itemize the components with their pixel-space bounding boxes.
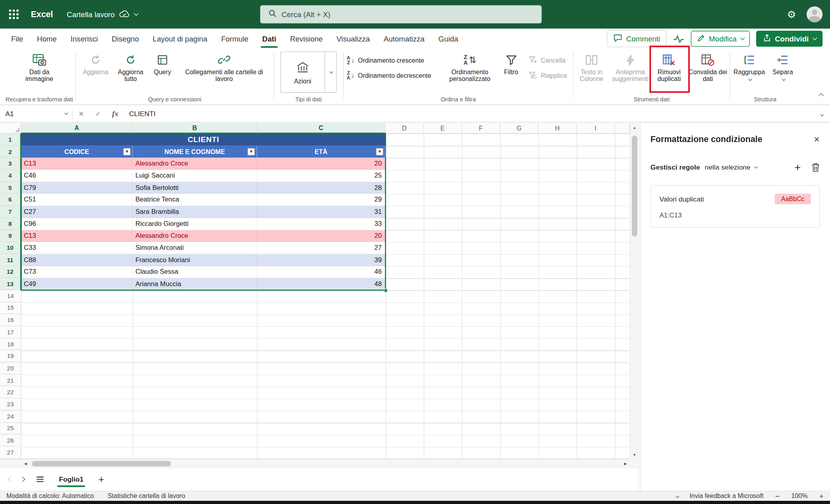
row-header-17[interactable]: 17: [0, 326, 21, 338]
table-header-cell[interactable]: CODICE ▾: [21, 146, 133, 158]
row-header-18[interactable]: 18: [0, 338, 21, 350]
zoom-level[interactable]: 100%: [791, 492, 808, 500]
cell[interactable]: Alessandro Croce: [133, 158, 257, 170]
table-title-cell[interactable]: CLIENTI: [21, 134, 385, 146]
horizontal-scroll-thumb[interactable]: [32, 461, 171, 466]
cell[interactable]: C27: [21, 206, 133, 218]
vertical-scrollbar[interactable]: ▲ ▼: [630, 123, 638, 459]
row-header-1[interactable]: 1: [0, 134, 21, 146]
account-avatar[interactable]: [806, 6, 822, 22]
ungroup-button[interactable]: Separa: [767, 49, 798, 81]
cell[interactable]: Luigi Saccani: [133, 170, 257, 182]
horizontal-scrollbar[interactable]: ◀ ▶: [0, 459, 630, 467]
cell[interactable]: 25: [257, 170, 386, 182]
cancel-entry-button[interactable]: ✕: [73, 110, 90, 118]
workbook-stats-status[interactable]: Statistiche cartella di lavoro: [108, 492, 185, 500]
cell[interactable]: C79: [21, 182, 133, 194]
filter-dropdown-button[interactable]: ▾: [248, 148, 255, 156]
remove-duplicates-button[interactable]: Rimuovi duplicati: [652, 49, 686, 83]
table-header-cell[interactable]: ETÀ ▾: [257, 146, 386, 158]
filter-dropdown-button[interactable]: ▾: [376, 148, 384, 156]
row-header-15[interactable]: 15: [0, 302, 21, 314]
cell[interactable]: Francesco Moriani: [133, 254, 257, 266]
cell[interactable]: C51: [21, 194, 133, 206]
cell[interactable]: Sara Brambilla: [133, 206, 257, 218]
actions-gallery[interactable]: Azioni: [280, 51, 337, 93]
name-box[interactable]: A1: [0, 106, 72, 122]
row-header-5[interactable]: 5: [0, 182, 21, 194]
rule-item[interactable]: Valori duplicati AaBbCc: [660, 194, 811, 204]
cell[interactable]: C88: [21, 254, 133, 266]
workbook-links-button[interactable]: Collegamenti alle cartelle di lavoro: [177, 49, 271, 83]
cell[interactable]: C46: [21, 170, 133, 182]
feedback-link[interactable]: Invia feedback a Microsoft: [689, 492, 763, 500]
editing-mode-button[interactable]: Modifica: [691, 31, 750, 47]
row-header-4[interactable]: 4: [0, 170, 21, 182]
row-header-26[interactable]: 26: [0, 435, 21, 447]
collapse-ribbon-button[interactable]: [819, 90, 823, 100]
column-header-G[interactable]: G: [500, 123, 539, 134]
cell[interactable]: 27: [257, 242, 386, 254]
cell[interactable]: 29: [257, 194, 386, 206]
search-input[interactable]: [281, 10, 505, 18]
cell[interactable]: 48: [257, 278, 386, 290]
cell[interactable]: Arianna Muccia: [133, 278, 257, 290]
cell[interactable]: C33: [21, 242, 133, 254]
zoom-out-button[interactable]: −: [775, 492, 780, 500]
sheet-tab-foglio1[interactable]: Foglio1: [53, 468, 90, 491]
column-header-A[interactable]: A: [21, 123, 133, 134]
zoom-in-button[interactable]: +: [819, 492, 824, 500]
all-sheets-button[interactable]: [36, 476, 44, 483]
cell[interactable]: 28: [257, 182, 386, 194]
actions-dropdown-button[interactable]: [325, 52, 336, 92]
cell[interactable]: Riccardo Giorgetti: [133, 218, 257, 230]
tab-file[interactable]: File: [4, 29, 30, 49]
cell[interactable]: C73: [21, 266, 133, 278]
scroll-right-button[interactable]: ▶: [621, 459, 630, 468]
cell[interactable]: 20: [257, 158, 386, 170]
row-header-9[interactable]: 9: [0, 230, 21, 242]
tab-home[interactable]: Home: [30, 29, 63, 49]
row-header-24[interactable]: 24: [0, 411, 21, 423]
cell[interactable]: 39: [257, 254, 386, 266]
cell[interactable]: 31: [257, 206, 386, 218]
custom-sort-button[interactable]: ZA⇅ Ordinamento personalizzato: [444, 49, 496, 83]
cell[interactable]: Beatrice Tenca: [133, 194, 257, 206]
previous-sheet-button[interactable]: [8, 478, 12, 481]
filter-ribbon-button[interactable]: Filtro: [497, 49, 525, 76]
tab-dati[interactable]: Dati: [255, 29, 283, 49]
add-rule-button[interactable]: +: [794, 162, 801, 172]
rules-scope-dropdown[interactable]: nella selezione: [705, 163, 757, 171]
column-header-D[interactable]: D: [386, 123, 424, 134]
row-header-13[interactable]: 13: [0, 278, 21, 290]
filter-dropdown-button[interactable]: ▾: [123, 148, 131, 156]
column-header-C[interactable]: C: [257, 123, 386, 134]
row-header-11[interactable]: 11: [0, 254, 21, 266]
row-header-2[interactable]: 2: [0, 146, 21, 158]
row-header-10[interactable]: 10: [0, 242, 21, 254]
calc-mode-status[interactable]: Modalità di calcolo: Automatico: [6, 492, 94, 500]
row-header-3[interactable]: 3: [0, 158, 21, 170]
document-title[interactable]: Cartella lavoro: [67, 10, 137, 19]
cell[interactable]: Sofia Bertolotti: [133, 182, 257, 194]
cell[interactable]: C96: [21, 218, 133, 230]
row-header-22[interactable]: 22: [0, 386, 21, 398]
row-header-14[interactable]: 14: [0, 290, 21, 302]
cell[interactable]: Simona Arconati: [133, 242, 257, 254]
fill-handle[interactable]: [384, 289, 388, 292]
data-validation-button[interactable]: Convalida dei dati: [687, 49, 729, 83]
row-header-6[interactable]: 6: [0, 194, 21, 206]
cell[interactable]: 33: [257, 218, 386, 230]
column-header-E[interactable]: E: [424, 123, 462, 134]
activity-icon[interactable]: [673, 35, 684, 43]
row-header-19[interactable]: 19: [0, 350, 21, 362]
row-header-16[interactable]: 16: [0, 314, 21, 326]
row-header-7[interactable]: 7: [0, 206, 21, 218]
tab-visualizza[interactable]: Visualizza: [330, 29, 377, 49]
next-sheet-button[interactable]: [21, 478, 24, 481]
tab-inserisci[interactable]: Inserisci: [64, 29, 105, 49]
search-box[interactable]: [260, 5, 542, 23]
insert-function-button[interactable]: fx: [107, 110, 124, 118]
comments-button[interactable]: Commenti: [607, 30, 667, 47]
add-sheet-button[interactable]: +: [98, 474, 104, 484]
